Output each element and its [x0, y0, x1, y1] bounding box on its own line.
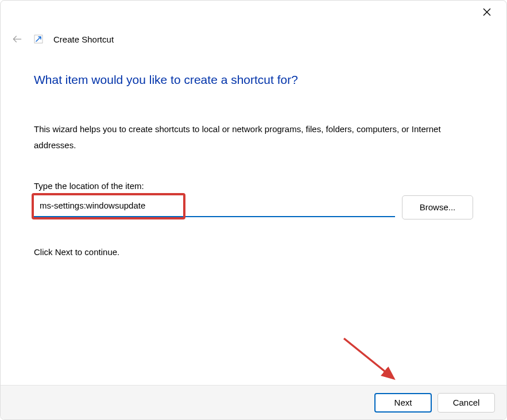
- wizard-header: Create Shortcut: [11, 33, 114, 45]
- location-input-label: Type the location of the item:: [34, 181, 473, 191]
- location-input-wrapper: [34, 195, 395, 217]
- location-input[interactable]: [34, 195, 395, 217]
- back-arrow-icon: [11, 33, 23, 45]
- wizard-description: This wizard helps you to create shortcut…: [34, 121, 473, 153]
- annotation-arrow: [339, 334, 408, 391]
- back-button[interactable]: [11, 33, 24, 45]
- close-button[interactable]: [474, 3, 500, 21]
- close-icon: [483, 8, 491, 16]
- next-button[interactable]: Next: [374, 393, 432, 413]
- input-row: Browse...: [34, 195, 473, 219]
- svg-line-4: [344, 338, 394, 379]
- shortcut-icon: [34, 34, 43, 44]
- continue-instruction: Click Next to continue.: [34, 247, 473, 257]
- wizard-footer: Next Cancel: [1, 385, 506, 419]
- wizard-content: What item would you like to create a sho…: [34, 73, 473, 257]
- browse-button[interactable]: Browse...: [402, 195, 473, 219]
- page-heading: What item would you like to create a sho…: [34, 73, 473, 87]
- cancel-button[interactable]: Cancel: [438, 393, 495, 413]
- wizard-title: Create Shortcut: [53, 34, 114, 44]
- titlebar: [1, 1, 506, 24]
